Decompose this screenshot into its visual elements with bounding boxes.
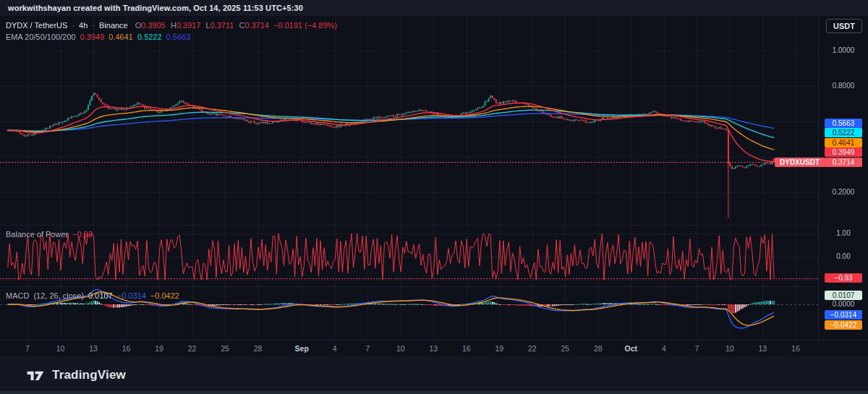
ohlc-item: H0.3917 <box>171 21 201 30</box>
bop-axis-label: 0.00 <box>825 252 862 261</box>
macd-values: 0.0107−0.0314−0.0422 <box>88 291 179 300</box>
time-tick: 4 <box>662 344 666 353</box>
tradingview-logo-icon[interactable] <box>26 367 45 384</box>
macd-hist-badge: 0.0107 <box>825 291 862 300</box>
symbol-price-flag: DYDXUSDT <box>775 158 825 167</box>
bop-legend[interactable]: Balance of Power −0.93 <box>6 230 93 239</box>
time-tick: 28 <box>254 344 263 353</box>
time-tick: 16 <box>462 344 471 353</box>
separator-dot: · <box>72 21 75 30</box>
time-tick-major: Sep <box>295 344 309 353</box>
macd-signal-badge: −0.0422 <box>825 320 862 330</box>
balance-of-power-canvas[interactable] <box>0 225 819 286</box>
ohlc-values: O0.3905H0.3917L0.3711C0.3714 <box>135 21 269 30</box>
tradingview-chart-window: workwithshayan created with TradingView.… <box>0 0 868 394</box>
symbol-flag-text: DYDXUSDT <box>780 158 820 166</box>
macd-params: (12, 26, close) <box>33 291 84 300</box>
ema-value: 0.4641 <box>109 33 133 41</box>
time-tick: 19 <box>155 344 163 353</box>
macd-value: 0.0107 <box>88 291 113 300</box>
ema50-badge: 0.4641 <box>825 138 862 147</box>
bop-value-badge: −0.93 <box>825 273 862 283</box>
ohlc-item: C0.3714 <box>239 21 270 30</box>
time-tick: 22 <box>528 344 537 353</box>
attribution-text: workwithshayan created with TradingView.… <box>8 4 303 12</box>
pane-resize-handle[interactable] <box>0 286 819 287</box>
change-value: −0.0191 (−4.89%) <box>273 21 337 30</box>
macd-indicator-title[interactable]: MACD <box>6 291 29 300</box>
time-tick-major: Oct <box>625 344 638 353</box>
time-tick: 7 <box>365 344 370 353</box>
attribution-bar: workwithshayan created with TradingView.… <box>0 0 868 16</box>
ema100-badge: 0.5222 <box>825 128 862 137</box>
bop-value: −0.93 <box>72 230 93 239</box>
last-price-badge: 0.3714 <box>825 158 862 167</box>
time-tick: 13 <box>429 344 438 353</box>
footer-bar: TradingView <box>0 356 868 394</box>
currency-toggle-button[interactable]: USDT <box>826 19 862 33</box>
price-axis-label: 1.0000 <box>825 46 862 55</box>
symbol-title[interactable]: DYDX / TetherUS <box>6 21 67 30</box>
interval-label[interactable]: 4h <box>79 21 88 30</box>
macd-zero-label: 0.0000 <box>825 300 862 309</box>
time-tick: 16 <box>791 344 800 353</box>
time-tick: 10 <box>726 344 734 353</box>
bop-axis-label: 1.00 <box>825 229 862 238</box>
pane-resize-handle[interactable] <box>0 225 819 226</box>
time-tick: 13 <box>89 344 98 353</box>
time-tick: 10 <box>396 344 405 353</box>
price-axis-label: 0.2000 <box>825 188 862 197</box>
exchange-label: Binance <box>99 21 128 30</box>
ohlc-item: O0.3905 <box>135 21 166 30</box>
ema-values: 0.39490.46410.52220.5663 <box>80 33 191 41</box>
price-axis-label: 0.8000 <box>825 82 862 90</box>
ohlc-item: L0.3711 <box>206 21 234 30</box>
price-chart-canvas[interactable] <box>0 16 819 225</box>
window-edge <box>0 391 868 394</box>
time-tick: 25 <box>561 344 569 353</box>
time-tick: 28 <box>594 344 603 353</box>
time-tick: 22 <box>188 344 197 353</box>
time-tick: 19 <box>495 344 503 353</box>
time-tick: 13 <box>759 344 767 353</box>
ema-value: 0.3949 <box>80 33 105 41</box>
tradingview-brand-text[interactable]: TradingView <box>52 368 126 382</box>
ema200-badge: 0.5663 <box>825 119 862 128</box>
ema20-badge: 0.3949 <box>825 147 862 157</box>
separator-dot: · <box>92 21 95 30</box>
time-tick: 16 <box>122 344 131 353</box>
ema-value: 0.5222 <box>137 33 162 41</box>
time-tick: 25 <box>221 344 229 353</box>
time-tick: 7 <box>25 344 30 353</box>
time-tick: 7 <box>694 344 699 353</box>
macd-legend[interactable]: MACD (12, 26, close) 0.0107−0.0314−0.042… <box>6 291 179 300</box>
time-axis[interactable]: 710131619222528Sep4710131619222528Oct471… <box>0 340 868 357</box>
macd-value: −0.0314 <box>117 291 146 300</box>
macd-value: −0.0422 <box>150 291 179 300</box>
symbol-legend[interactable]: DYDX / TetherUS · 4h · Binance O0.3905H0… <box>6 21 337 30</box>
ema-indicator-title[interactable]: EMA 20/50/100/200 <box>6 33 76 41</box>
time-tick: 10 <box>56 344 65 353</box>
ema-legend[interactable]: EMA 20/50/100/200 0.39490.46410.52220.56… <box>6 33 190 41</box>
macd-line-badge: −0.0314 <box>825 310 862 320</box>
time-tick: 4 <box>333 344 337 353</box>
chart-region: DYDX / TetherUS · 4h · Binance O0.3905H0… <box>0 16 868 356</box>
ema-value: 0.5663 <box>166 33 191 41</box>
bop-indicator-title[interactable]: Balance of Power <box>6 230 68 239</box>
